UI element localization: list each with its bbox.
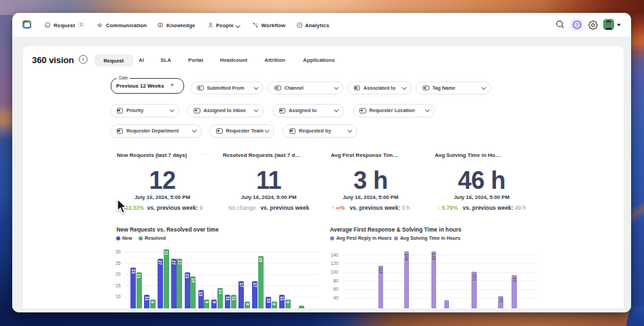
svg-text:?: ? — [575, 22, 578, 27]
